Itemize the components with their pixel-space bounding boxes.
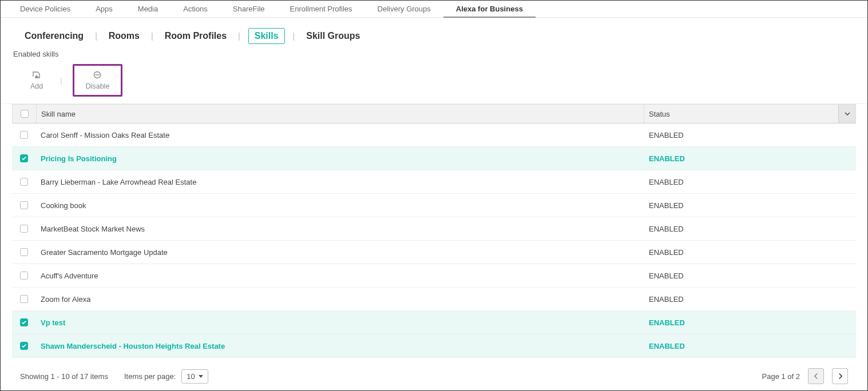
- prev-page-button[interactable]: [808, 368, 824, 384]
- row-checkbox[interactable]: [20, 248, 28, 256]
- row-skill-name: Carol Senff - Mission Oaks Real Estate: [36, 131, 644, 139]
- caret-down-icon: [199, 375, 203, 378]
- table-row[interactable]: Shawn Manderscheid - Houston Heights Rea…: [12, 334, 856, 358]
- column-header-name[interactable]: Skill name: [37, 110, 644, 118]
- add-button[interactable]: Add: [23, 68, 50, 93]
- row-checkbox-cell: [12, 248, 36, 256]
- row-checkbox[interactable]: [20, 201, 28, 209]
- row-status: ENABLED: [644, 272, 839, 280]
- showing-text: Showing 1 - 10 of 17 items: [20, 372, 108, 381]
- row-checkbox[interactable]: [20, 272, 28, 280]
- top-tab-media[interactable]: Media: [125, 1, 171, 18]
- sub-nav-separator: |: [95, 31, 97, 41]
- footer-right: Page 1 of 2: [762, 368, 849, 384]
- row-status: ENABLED: [644, 248, 839, 257]
- row-skill-name: Cooking book: [36, 201, 644, 210]
- disable-button-highlight: Disable: [73, 64, 123, 97]
- top-tab-enrollment-profiles[interactable]: Enrollment Profiles: [278, 1, 365, 18]
- top-tab-device-policies[interactable]: Device Policies: [7, 1, 83, 18]
- row-status: ENABLED: [644, 225, 839, 233]
- disable-icon: [93, 70, 102, 81]
- row-checkbox-cell: [12, 295, 36, 303]
- sub-nav-separator: |: [293, 31, 295, 41]
- row-checkbox[interactable]: [20, 178, 28, 186]
- column-options-button[interactable]: [838, 105, 855, 123]
- row-checkbox[interactable]: [20, 295, 28, 303]
- disable-button-label: Disable: [86, 82, 110, 90]
- select-all-checkbox[interactable]: [21, 110, 29, 118]
- row-checkbox-cell: [12, 272, 36, 280]
- row-checkbox-cell: [12, 342, 36, 350]
- app-window: Device PoliciesAppsMediaActionsShareFile…: [0, 0, 868, 391]
- skills-table: Skill name Status Carol Senff - Mission …: [1, 104, 867, 358]
- sub-tab-conferencing[interactable]: Conferencing: [21, 29, 87, 43]
- add-button-label: Add: [30, 82, 43, 90]
- row-skill-name: Acuff's Adventure: [36, 272, 644, 280]
- top-tab-delivery-groups[interactable]: Delivery Groups: [365, 1, 443, 18]
- sub-tab-rooms[interactable]: Rooms: [105, 29, 143, 43]
- sub-nav-separator: |: [151, 31, 153, 41]
- row-status: ENABLED: [644, 154, 839, 163]
- table-row[interactable]: Zoom for AlexaENABLED: [12, 288, 856, 311]
- row-skill-name: MarketBeat Stock Market News: [36, 225, 644, 233]
- table-row[interactable]: Vp testENABLED: [12, 311, 856, 334]
- row-skill-name: Barry Lieberman - Lake Arrowhead Real Es…: [36, 178, 644, 186]
- top-tab-alexa-for-business[interactable]: Alexa for Business: [443, 1, 536, 18]
- row-status: ENABLED: [644, 131, 839, 139]
- table-row[interactable]: Acuff's AdventureENABLED: [12, 264, 856, 288]
- row-checkbox[interactable]: [20, 342, 28, 350]
- row-status: ENABLED: [644, 201, 839, 210]
- chevron-right-icon: [838, 373, 843, 380]
- row-checkbox[interactable]: [20, 225, 28, 233]
- top-tab-apps[interactable]: Apps: [83, 1, 125, 18]
- items-per-page-select[interactable]: 10: [181, 369, 208, 384]
- row-checkbox[interactable]: [20, 131, 28, 139]
- top-tab-actions[interactable]: Actions: [171, 1, 220, 18]
- top-nav: Device PoliciesAppsMediaActionsShareFile…: [1, 1, 867, 18]
- row-status: ENABLED: [644, 295, 839, 304]
- toolbar: Add | Disable: [1, 61, 867, 104]
- row-checkbox[interactable]: [20, 318, 28, 326]
- row-skill-name: Vp test: [36, 318, 644, 327]
- row-status: ENABLED: [644, 318, 839, 327]
- table-row[interactable]: Barry Lieberman - Lake Arrowhead Real Es…: [12, 170, 856, 194]
- items-per-page-value: 10: [187, 372, 195, 381]
- table-row[interactable]: Greater Sacramento Mortgage UpdateENABLE…: [12, 241, 856, 264]
- section-title: Enabled skills: [1, 50, 867, 61]
- sub-nav: Conferencing|Rooms|Room Profiles|Skills|…: [1, 18, 867, 50]
- row-skill-name: Greater Sacramento Mortgage Update: [36, 248, 644, 257]
- row-checkbox-cell: [12, 154, 36, 162]
- add-icon: [32, 70, 41, 81]
- row-checkbox-cell: [12, 178, 36, 186]
- row-status: ENABLED: [644, 342, 839, 350]
- chevron-down-icon: [844, 110, 851, 117]
- table-row[interactable]: Cooking bookENABLED: [12, 194, 856, 217]
- items-per-page-label: Items per page:: [124, 372, 176, 381]
- sub-nav-separator: |: [238, 31, 240, 41]
- next-page-button[interactable]: [832, 368, 848, 384]
- column-header-status[interactable]: Status: [644, 105, 838, 123]
- disable-button[interactable]: Disable: [79, 68, 117, 93]
- row-checkbox-cell: [12, 318, 36, 326]
- table-row[interactable]: MarketBeat Stock Market NewsENABLED: [12, 217, 856, 241]
- top-tab-sharefile[interactable]: ShareFile: [220, 1, 278, 18]
- row-skill-name: Pricing Is Positioning: [36, 154, 644, 163]
- select-all-cell: [13, 105, 37, 123]
- table-row[interactable]: Carol Senff - Mission Oaks Real EstateEN…: [12, 123, 856, 147]
- sub-tab-room-profiles[interactable]: Room Profiles: [161, 29, 230, 43]
- toolbar-separator: |: [60, 76, 62, 85]
- row-checkbox-cell: [12, 201, 36, 209]
- sub-tab-skill-groups[interactable]: Skill Groups: [303, 29, 363, 43]
- table-footer: Showing 1 - 10 of 17 items Items per pag…: [1, 358, 867, 384]
- table-header-row: Skill name Status: [12, 104, 856, 123]
- footer-left: Showing 1 - 10 of 17 items Items per pag…: [20, 369, 208, 384]
- table-row[interactable]: Pricing Is PositioningENABLED: [12, 147, 856, 170]
- row-checkbox-cell: [12, 225, 36, 233]
- sub-tab-skills[interactable]: Skills: [248, 28, 285, 44]
- row-checkbox[interactable]: [20, 154, 28, 162]
- row-skill-name: Zoom for Alexa: [36, 295, 644, 304]
- page-label: Page 1 of 2: [762, 372, 800, 381]
- row-checkbox-cell: [12, 131, 36, 139]
- chevron-left-icon: [814, 373, 819, 380]
- row-status: ENABLED: [644, 178, 839, 186]
